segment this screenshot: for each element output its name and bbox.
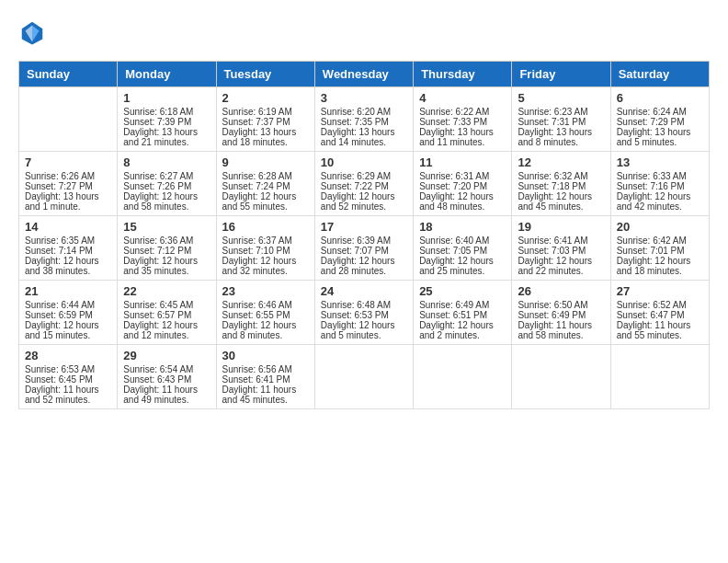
- daylight-text: Daylight: 12 hours and 12 minutes.: [123, 320, 210, 340]
- daylight-text: Daylight: 11 hours and 58 minutes.: [518, 320, 604, 340]
- calendar-cell: 7Sunrise: 6:26 AMSunset: 7:27 PMDaylight…: [19, 152, 118, 216]
- daylight-text: Daylight: 12 hours and 8 minutes.: [222, 320, 309, 340]
- daylight-text: Daylight: 13 hours and 11 minutes.: [419, 127, 506, 147]
- sunrise-text: Sunrise: 6:29 AM: [321, 171, 407, 181]
- day-number: 4: [419, 91, 506, 105]
- day-number: 23: [222, 284, 309, 298]
- calendar-cell: 3Sunrise: 6:20 AMSunset: 7:35 PMDaylight…: [314, 87, 413, 152]
- sunrise-text: Sunrise: 6:49 AM: [419, 300, 506, 310]
- day-number: 24: [321, 284, 407, 298]
- calendar-cell: [19, 87, 118, 152]
- sunset-text: Sunset: 7:05 PM: [419, 246, 506, 256]
- calendar-table: SundayMondayTuesdayWednesdayThursdayFrid…: [18, 61, 710, 409]
- sunset-text: Sunset: 7:33 PM: [419, 117, 506, 127]
- calendar-cell: 14Sunrise: 6:35 AMSunset: 7:14 PMDayligh…: [19, 216, 118, 281]
- calendar-cell: 24Sunrise: 6:48 AMSunset: 6:53 PMDayligh…: [314, 281, 413, 345]
- day-number: 18: [419, 220, 506, 234]
- weekday-header-wednesday: Wednesday: [314, 62, 413, 87]
- sunset-text: Sunset: 6:59 PM: [25, 310, 111, 320]
- sunset-text: Sunset: 6:47 PM: [617, 310, 703, 320]
- calendar-cell: 25Sunrise: 6:49 AMSunset: 6:51 PMDayligh…: [414, 281, 512, 345]
- weekday-header-saturday: Saturday: [610, 62, 709, 87]
- calendar-cell: 2Sunrise: 6:19 AMSunset: 7:37 PMDaylight…: [216, 87, 314, 152]
- day-number: 29: [123, 349, 210, 362]
- daylight-text: Daylight: 13 hours and 18 minutes.: [222, 127, 309, 147]
- sunrise-text: Sunrise: 6:37 AM: [222, 236, 309, 246]
- calendar-cell: [314, 345, 413, 409]
- sunset-text: Sunset: 6:41 PM: [222, 374, 309, 385]
- daylight-text: Daylight: 13 hours and 8 minutes.: [518, 127, 604, 147]
- daylight-text: Daylight: 12 hours and 32 minutes.: [222, 256, 309, 276]
- calendar-cell: 27Sunrise: 6:52 AMSunset: 6:47 PMDayligh…: [610, 281, 709, 345]
- calendar-cell: 18Sunrise: 6:40 AMSunset: 7:05 PMDayligh…: [414, 216, 512, 281]
- sunrise-text: Sunrise: 6:22 AM: [419, 107, 506, 117]
- daylight-text: Daylight: 12 hours and 18 minutes.: [617, 256, 703, 276]
- daylight-text: Daylight: 12 hours and 45 minutes.: [518, 191, 604, 212]
- calendar-cell: 5Sunrise: 6:23 AMSunset: 7:31 PMDaylight…: [512, 87, 610, 152]
- weekday-header-monday: Monday: [118, 62, 216, 87]
- sunset-text: Sunset: 6:43 PM: [123, 374, 210, 385]
- sunset-text: Sunset: 7:20 PM: [419, 181, 506, 191]
- calendar-header-row: SundayMondayTuesdayWednesdayThursdayFrid…: [19, 62, 710, 87]
- day-number: 6: [617, 91, 703, 105]
- daylight-text: Daylight: 12 hours and 38 minutes.: [25, 256, 111, 276]
- daylight-text: Daylight: 12 hours and 42 minutes.: [617, 191, 703, 212]
- calendar-cell: [414, 345, 512, 409]
- sunset-text: Sunset: 7:12 PM: [123, 246, 210, 256]
- sunset-text: Sunset: 6:57 PM: [123, 310, 210, 320]
- sunset-text: Sunset: 6:49 PM: [518, 310, 604, 320]
- day-number: 28: [25, 349, 111, 362]
- day-number: 16: [222, 220, 309, 234]
- day-number: 7: [25, 155, 111, 169]
- weekday-header-friday: Friday: [512, 62, 610, 87]
- weekday-header-thursday: Thursday: [414, 62, 512, 87]
- sunset-text: Sunset: 6:45 PM: [25, 374, 111, 385]
- calendar-cell: 4Sunrise: 6:22 AMSunset: 7:33 PMDaylight…: [414, 87, 512, 152]
- sunrise-text: Sunrise: 6:56 AM: [222, 364, 309, 374]
- daylight-text: Daylight: 12 hours and 55 minutes.: [222, 191, 309, 212]
- sunrise-text: Sunrise: 6:20 AM: [321, 107, 407, 117]
- sunrise-text: Sunrise: 6:24 AM: [617, 107, 703, 117]
- calendar-cell: 11Sunrise: 6:31 AMSunset: 7:20 PMDayligh…: [414, 152, 512, 216]
- calendar-cell: 23Sunrise: 6:46 AMSunset: 6:55 PMDayligh…: [216, 281, 314, 345]
- daylight-text: Daylight: 12 hours and 58 minutes.: [123, 191, 210, 212]
- calendar-cell: [512, 345, 610, 409]
- sunrise-text: Sunrise: 6:42 AM: [617, 236, 703, 246]
- sunrise-text: Sunrise: 6:28 AM: [222, 171, 309, 181]
- calendar-cell: 16Sunrise: 6:37 AMSunset: 7:10 PMDayligh…: [216, 216, 314, 281]
- sunset-text: Sunset: 7:07 PM: [321, 246, 407, 256]
- sunrise-text: Sunrise: 6:26 AM: [25, 171, 111, 181]
- sunrise-text: Sunrise: 6:44 AM: [25, 300, 111, 310]
- day-number: 27: [617, 284, 703, 298]
- sunrise-text: Sunrise: 6:35 AM: [25, 236, 111, 246]
- sunrise-text: Sunrise: 6:23 AM: [518, 107, 604, 117]
- daylight-text: Daylight: 13 hours and 21 minutes.: [123, 127, 210, 147]
- sunrise-text: Sunrise: 6:48 AM: [321, 300, 407, 310]
- sunset-text: Sunset: 7:01 PM: [617, 246, 703, 256]
- sunset-text: Sunset: 7:26 PM: [123, 181, 210, 191]
- daylight-text: Daylight: 12 hours and 52 minutes.: [321, 191, 407, 212]
- daylight-text: Daylight: 11 hours and 49 minutes.: [123, 385, 210, 405]
- sunset-text: Sunset: 6:51 PM: [419, 310, 506, 320]
- daylight-text: Daylight: 12 hours and 5 minutes.: [321, 320, 407, 340]
- calendar-cell: [610, 345, 709, 409]
- sunset-text: Sunset: 7:31 PM: [518, 117, 604, 127]
- day-number: 9: [222, 155, 309, 169]
- sunset-text: Sunset: 7:29 PM: [617, 117, 703, 127]
- sunset-text: Sunset: 7:37 PM: [222, 117, 309, 127]
- calendar-cell: 13Sunrise: 6:33 AMSunset: 7:16 PMDayligh…: [610, 152, 709, 216]
- daylight-text: Daylight: 12 hours and 48 minutes.: [419, 191, 506, 212]
- calendar-cell: 12Sunrise: 6:32 AMSunset: 7:18 PMDayligh…: [512, 152, 610, 216]
- sunrise-text: Sunrise: 6:54 AM: [123, 364, 210, 374]
- calendar-week-row: 1Sunrise: 6:18 AMSunset: 7:39 PMDaylight…: [19, 87, 710, 152]
- calendar-week-row: 14Sunrise: 6:35 AMSunset: 7:14 PMDayligh…: [19, 216, 710, 281]
- day-number: 26: [518, 284, 604, 298]
- day-number: 13: [617, 155, 703, 169]
- calendar-cell: 10Sunrise: 6:29 AMSunset: 7:22 PMDayligh…: [314, 152, 413, 216]
- sunrise-text: Sunrise: 6:39 AM: [321, 236, 407, 246]
- logo: [18, 18, 50, 46]
- day-number: 11: [419, 155, 506, 169]
- sunrise-text: Sunrise: 6:27 AM: [123, 171, 210, 181]
- day-number: 30: [222, 349, 309, 362]
- day-number: 22: [123, 284, 210, 298]
